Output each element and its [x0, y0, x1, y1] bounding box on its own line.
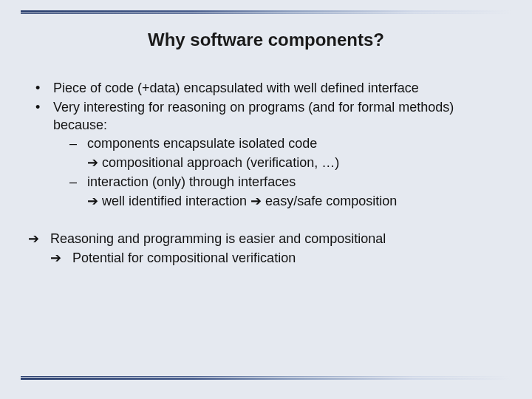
- title-container: Why software components?: [0, 30, 532, 50]
- bullet-text: Piece of code (+data) encapsulated with …: [53, 80, 502, 98]
- arrow-right-icon: ➔: [50, 250, 72, 267]
- summary-text: Potential for compositional verification: [72, 250, 502, 267]
- bottom-divider-thick: [21, 378, 511, 380]
- slide-title: Why software components?: [0, 30, 532, 50]
- bullet-marker-icon: [33, 80, 53, 98]
- bullet-item: Very interesting for reasoning on progra…: [33, 99, 502, 134]
- bullet-text: Very interesting for reasoning on progra…: [53, 99, 502, 134]
- bullet-marker-icon: [33, 99, 53, 134]
- summary-subline: ➔ Potential for compositional verificati…: [50, 250, 502, 267]
- top-divider-thin: [21, 13, 511, 14]
- summary-block: ➔ Reasoning and programming is easier an…: [28, 231, 502, 267]
- top-divider: [21, 10, 511, 15]
- sub-bullet-arrow-text: ➔ well identified interaction ➔ easy/saf…: [87, 194, 397, 208]
- top-divider-thick: [21, 10, 511, 13]
- bottom-divider: [21, 375, 511, 380]
- summary-text: Reasoning and programming is easier and …: [50, 231, 502, 248]
- bullet-item: Piece of code (+data) encapsulated with …: [33, 80, 502, 98]
- dash-marker-icon: [69, 135, 87, 153]
- sub-bullet-continuation: ➔ well identified interaction ➔ easy/saf…: [87, 193, 502, 211]
- sub-bullet-arrow-text: ➔ compositional approach (verification, …: [87, 155, 339, 170]
- sub-bullet-continuation: ➔ compositional approach (verification, …: [87, 154, 502, 172]
- bottom-divider-thin: [21, 376, 511, 377]
- dash-marker-icon: [69, 174, 87, 191]
- sub-bullet-text: interaction (only) through interfaces: [87, 174, 502, 191]
- sub-bullet-text: components encapsulate isolated code: [87, 135, 502, 153]
- sub-bullet-item: interaction (only) through interfaces: [69, 174, 502, 191]
- sub-bullet-item: components encapsulate isolated code: [69, 135, 502, 153]
- summary-line: ➔ Reasoning and programming is easier an…: [28, 231, 502, 248]
- slide-body: Piece of code (+data) encapsulated with …: [33, 80, 502, 267]
- arrow-right-icon: ➔: [28, 231, 50, 248]
